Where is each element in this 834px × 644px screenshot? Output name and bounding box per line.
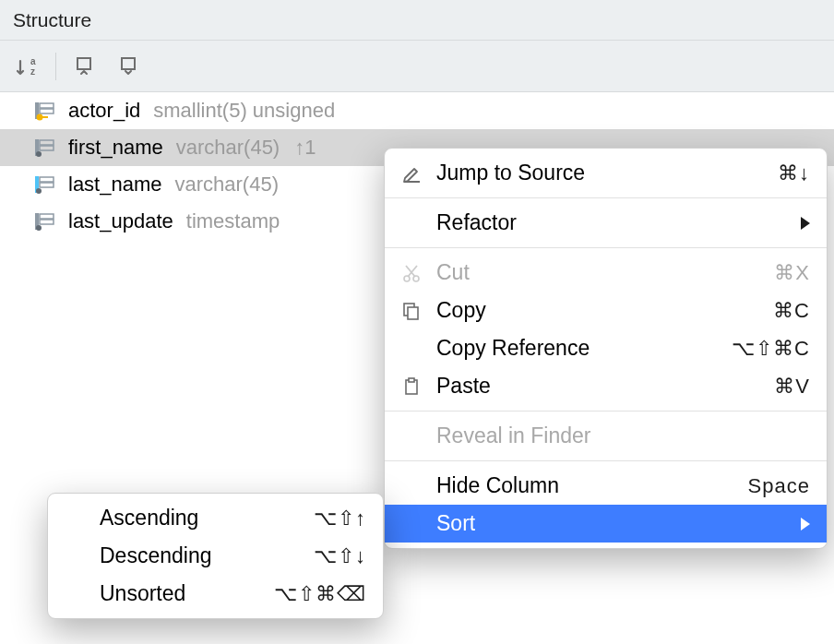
menu-item-copy-reference[interactable]: Copy Reference ⌥⇧⌘C bbox=[385, 329, 827, 367]
menu-item-cut[interactable]: Cut ⌘X bbox=[385, 254, 827, 292]
column-pk-icon bbox=[35, 101, 59, 121]
menu-item-label: Hide Column bbox=[436, 473, 748, 498]
svg-rect-11 bbox=[40, 146, 54, 150]
column-name: actor_id bbox=[68, 99, 140, 123]
menu-item-shortcut: ⌥⇧⌘C bbox=[732, 337, 810, 361]
menu-item-label: Cut bbox=[436, 260, 774, 285]
menu-divider bbox=[385, 197, 827, 198]
menu-item-sort-descending[interactable]: Descending ⌥⇧↓ bbox=[48, 537, 383, 575]
column-sort-indicator: ↑1 bbox=[294, 136, 316, 160]
edit-icon bbox=[398, 160, 425, 187]
svg-point-16 bbox=[36, 188, 42, 194]
expand-all-icon[interactable] bbox=[66, 48, 102, 85]
spacer-icon bbox=[61, 505, 89, 532]
svg-text:z: z bbox=[30, 66, 35, 77]
menu-item-hide-column[interactable]: Hide Column Space bbox=[385, 467, 827, 505]
spacer-icon bbox=[398, 423, 425, 450]
menu-item-shortcut: ⌘C bbox=[773, 299, 810, 323]
menu-item-sort[interactable]: Sort bbox=[385, 505, 827, 543]
menu-item-label: Reveal in Finder bbox=[436, 423, 810, 448]
menu-item-copy[interactable]: Copy ⌘C bbox=[385, 292, 827, 329]
menu-item-label: Paste bbox=[436, 374, 774, 399]
menu-item-label: Refactor bbox=[436, 210, 801, 235]
menu-item-label: Copy Reference bbox=[436, 336, 732, 361]
spacer-icon bbox=[398, 209, 425, 237]
menu-divider bbox=[385, 411, 827, 411]
context-menu: Jump to Source ⌘↓ Refactor Cut ⌘X Copy bbox=[384, 148, 828, 549]
svg-rect-29 bbox=[409, 378, 414, 382]
svg-point-12 bbox=[36, 151, 42, 157]
menu-item-label: Copy bbox=[436, 298, 773, 323]
svg-line-24 bbox=[408, 266, 417, 277]
menu-item-shortcut: ⌥⇧↑ bbox=[314, 507, 366, 531]
structure-toolbar: a z bbox=[0, 41, 834, 92]
svg-line-25 bbox=[406, 266, 415, 277]
column-type: smallint(5) unsigned bbox=[153, 99, 335, 123]
svg-rect-8 bbox=[42, 116, 48, 118]
submenu-arrow-icon bbox=[801, 518, 810, 531]
spacer-icon bbox=[398, 510, 425, 538]
sort-submenu: Ascending ⌥⇧↑ Descending ⌥⇧↓ Unsorted ⌥⇧… bbox=[47, 493, 384, 619]
menu-item-shortcut: ⌘X bbox=[774, 261, 810, 285]
spacer-icon bbox=[61, 580, 89, 608]
svg-rect-6 bbox=[40, 109, 54, 113]
svg-rect-10 bbox=[40, 140, 54, 145]
sort-alphabetically-icon[interactable]: a z bbox=[9, 48, 46, 85]
menu-item-label: Unsorted bbox=[100, 581, 274, 606]
menu-item-sort-unsorted[interactable]: Unsorted ⌥⇧⌘⌫ bbox=[48, 575, 383, 613]
menu-item-shortcut: Space bbox=[748, 474, 810, 498]
toolbar-separator bbox=[55, 53, 56, 80]
column-type: varchar(45) bbox=[175, 173, 279, 197]
menu-item-label: Jump to Source bbox=[436, 161, 778, 185]
panel-title: Structure bbox=[0, 0, 834, 41]
menu-item-label: Descending bbox=[100, 543, 314, 568]
menu-item-label: Ascending bbox=[100, 506, 314, 531]
submenu-arrow-icon bbox=[801, 217, 810, 230]
svg-point-20 bbox=[36, 225, 42, 231]
column-icon bbox=[35, 211, 59, 232]
svg-rect-5 bbox=[40, 103, 54, 108]
spacer-icon bbox=[398, 335, 425, 363]
column-row-actor-id[interactable]: actor_id smallint(5) unsigned bbox=[0, 92, 834, 129]
svg-rect-14 bbox=[40, 177, 54, 182]
column-indexed-icon bbox=[35, 174, 59, 195]
menu-divider bbox=[385, 247, 827, 248]
menu-item-label: Sort bbox=[436, 511, 801, 536]
column-icon bbox=[35, 137, 59, 158]
copy-icon bbox=[398, 297, 425, 325]
menu-divider bbox=[385, 460, 827, 461]
svg-rect-19 bbox=[40, 220, 54, 224]
cut-icon bbox=[398, 259, 425, 287]
svg-rect-2 bbox=[77, 58, 90, 69]
menu-item-paste[interactable]: Paste ⌘V bbox=[385, 367, 827, 405]
svg-rect-27 bbox=[408, 307, 418, 319]
svg-rect-15 bbox=[40, 183, 54, 187]
menu-item-sort-ascending[interactable]: Ascending ⌥⇧↑ bbox=[48, 499, 383, 537]
column-name: last_update bbox=[68, 209, 173, 233]
menu-item-shortcut: ⌥⇧⌘⌫ bbox=[274, 582, 366, 606]
menu-item-jump-to-source[interactable]: Jump to Source ⌘↓ bbox=[385, 154, 827, 192]
menu-item-shortcut: ⌥⇧↓ bbox=[314, 544, 366, 568]
column-type: timestamp bbox=[186, 209, 280, 233]
svg-rect-18 bbox=[40, 214, 54, 219]
menu-item-shortcut: ⌘↓ bbox=[778, 161, 810, 185]
column-name: last_name bbox=[68, 173, 162, 197]
menu-item-shortcut: ⌘V bbox=[774, 375, 810, 399]
svg-rect-3 bbox=[122, 58, 135, 69]
column-name: first_name bbox=[68, 136, 163, 160]
paste-icon bbox=[398, 373, 425, 400]
spacer-icon bbox=[61, 543, 89, 570]
spacer-icon bbox=[398, 472, 425, 500]
column-type: varchar(45) bbox=[176, 136, 280, 160]
collapse-all-icon[interactable] bbox=[110, 48, 147, 85]
menu-item-refactor[interactable]: Refactor bbox=[385, 204, 827, 242]
svg-text:a: a bbox=[30, 56, 36, 66]
menu-item-reveal-in-finder[interactable]: Reveal in Finder bbox=[385, 417, 827, 455]
